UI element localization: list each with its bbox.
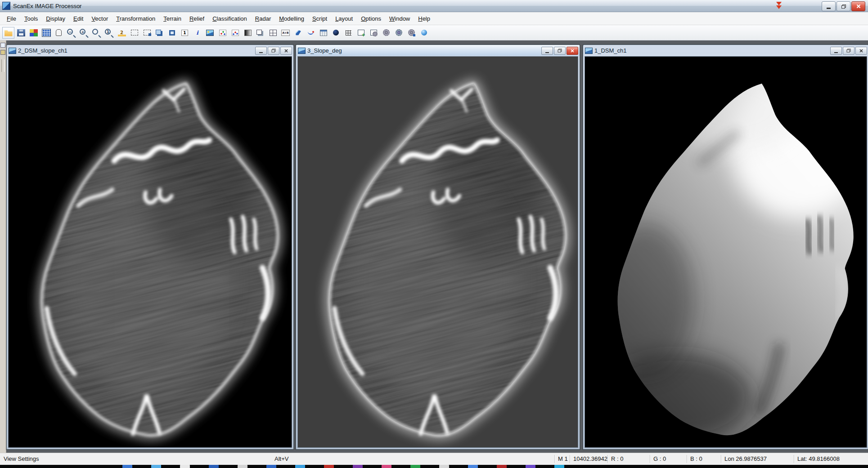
child-restore-button[interactable] [554, 47, 566, 55]
taskbar-app-icon[interactable] [295, 465, 305, 468]
minimize-button[interactable] [822, 1, 836, 11]
taskbar-app-icon[interactable] [324, 465, 334, 468]
menu-item[interactable]: Script [308, 13, 331, 24]
paint-button[interactable] [292, 27, 304, 39]
attribute-table-button[interactable] [317, 27, 329, 39]
zoom-in-button[interactable]: + [78, 27, 90, 39]
contrast-icon [244, 30, 252, 36]
preview-image-button[interactable] [204, 27, 216, 39]
menu-item[interactable]: File [3, 13, 20, 24]
child-minimize-button[interactable] [255, 47, 267, 55]
child-titlebar[interactable]: 2_DSM_slope_ch1 [7, 45, 293, 56]
menu-item[interactable]: Edit [69, 13, 87, 24]
image-view-dsm[interactable] [585, 56, 867, 448]
zoom-region-button[interactable] [90, 27, 103, 39]
vector-edit-button[interactable] [305, 27, 317, 39]
rgb-composite-button[interactable] [27, 27, 40, 39]
status-divider [721, 455, 721, 463]
scale-2-button[interactable]: 2 [116, 27, 128, 39]
menu-item[interactable]: Terrain [159, 13, 185, 24]
menu-item[interactable]: Radar [251, 13, 275, 24]
contrast-button[interactable] [242, 27, 254, 39]
status-green-value: G : 0 [653, 455, 666, 462]
dock-grip[interactable] [1, 59, 4, 72]
image-view-dsm-slope[interactable] [8, 56, 292, 448]
settings-a-button[interactable] [380, 27, 392, 39]
status-red-value: R : 0 [611, 455, 623, 462]
close-button[interactable] [851, 1, 865, 11]
menu-item[interactable]: Relief [185, 13, 208, 24]
child-minimize-button[interactable] [541, 47, 553, 55]
menu-item[interactable]: Transformation [112, 13, 159, 24]
menu-item[interactable]: Classification [208, 13, 251, 24]
menu-item[interactable]: Help [414, 13, 434, 24]
child-minimize-button[interactable] [830, 47, 842, 55]
band-grid-icon [42, 29, 51, 37]
status-divider [794, 455, 794, 463]
child-window-title: 1_DSM_ch1 [594, 47, 828, 54]
pan-button[interactable] [53, 27, 65, 39]
open-file-button[interactable] [2, 27, 14, 39]
titlebar[interactable]: ScanEx IMAGE Processor [0, 0, 868, 12]
child-titlebar[interactable]: 1_DSM_ch1 [583, 45, 868, 56]
child-close-button[interactable] [567, 47, 578, 55]
settings-c-button[interactable] [405, 27, 418, 39]
left-dock-strip[interactable] [0, 40, 6, 453]
taskbar-app-icon[interactable] [209, 465, 219, 468]
scatter-plot-button[interactable] [216, 27, 229, 39]
image-algebra-button[interactable]: A+B [279, 27, 292, 39]
cascade-windows-button[interactable] [254, 27, 266, 39]
child-close-button[interactable] [855, 47, 867, 55]
scatter-plot-icon [219, 30, 226, 36]
taskbar-app-icon[interactable] [353, 465, 363, 468]
menu-item[interactable]: Modelling [275, 13, 308, 24]
georeference-button[interactable] [368, 27, 380, 39]
update-chevrons-icon[interactable] [776, 2, 783, 10]
taskbar-app-icon[interactable] [180, 465, 190, 468]
web-globe-button[interactable] [418, 27, 430, 39]
menu-item[interactable]: Options [357, 13, 385, 24]
child-restore-button[interactable] [843, 47, 855, 55]
menu-item[interactable]: Display [42, 13, 69, 24]
select-rect-button[interactable] [128, 27, 140, 39]
taskbar-app-icon[interactable] [526, 465, 535, 468]
taskbar-app-icon[interactable] [151, 465, 161, 468]
tile-windows-button[interactable] [267, 27, 279, 39]
taskbar-app-icon[interactable] [382, 465, 391, 468]
mdi-workspace: 2_DSM_slope_ch1 [0, 40, 868, 453]
globe-dark-button[interactable] [330, 27, 342, 39]
info-button[interactable]: i [191, 27, 203, 39]
single-band-button[interactable]: 1 [179, 27, 191, 39]
menu-item[interactable]: Vector [87, 13, 112, 24]
settings-b-button[interactable] [393, 27, 405, 39]
taskbar-app-icon[interactable] [497, 465, 507, 468]
taskbar-app-icon[interactable] [238, 465, 247, 468]
taskbar-app-icon[interactable] [410, 465, 420, 468]
menu-item[interactable]: Tools [20, 13, 42, 24]
band-grid-button[interactable] [40, 27, 52, 39]
child-titlebar[interactable]: 3_Slope_deg [296, 45, 580, 56]
duplicate-view-button[interactable] [153, 27, 166, 39]
profile-button[interactable] [229, 27, 241, 39]
status-latitude: Lat: 49.8166008 [797, 455, 840, 462]
child-close-button[interactable] [280, 47, 292, 55]
zoom-actual-button[interactable]: 1 [103, 27, 115, 39]
fit-window-button[interactable] [166, 27, 178, 39]
menu-item[interactable]: Layout [331, 13, 357, 24]
new-window-button[interactable] [355, 27, 367, 39]
dock-folder-icon[interactable] [0, 50, 5, 55]
menu-item[interactable]: Window [385, 13, 414, 24]
image-view-slope-deg[interactable] [297, 56, 578, 448]
dock-layer-icon[interactable] [0, 43, 5, 48]
taskbar-app-icon[interactable] [122, 465, 132, 468]
taskbar-app-icon[interactable] [439, 465, 449, 468]
zoom-out-button[interactable]: − [65, 27, 77, 39]
child-restore-button[interactable] [268, 47, 279, 55]
taskbar-app-icon[interactable] [266, 465, 276, 468]
save-button[interactable] [15, 27, 27, 39]
restore-button[interactable] [837, 1, 850, 11]
crop-button[interactable] [141, 27, 153, 39]
grid-button[interactable] [342, 27, 355, 39]
taskbar-app-icon[interactable] [468, 465, 478, 468]
taskbar-app-icon[interactable] [554, 465, 564, 468]
